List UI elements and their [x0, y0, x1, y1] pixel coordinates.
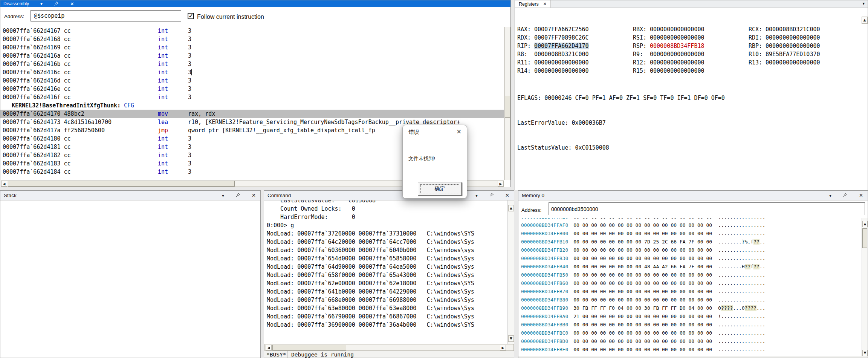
- command-line: HardErrorMode: 0: [267, 213, 507, 221]
- disassembly-vscrollbar[interactable]: [504, 27, 510, 180]
- registers-tabbar: Registers ✕ ▾: [515, 0, 868, 8]
- memory-row-address: 0000008BD34FFB10: [521, 239, 568, 245]
- disasm-row[interactable]: 00007ffa`662d416d ccint3: [0, 76, 504, 85]
- memory-row: 0000008BD34FFBE000 00 00 00 00 00 00 00 …: [521, 346, 861, 354]
- close-icon[interactable]: ✕: [543, 2, 547, 6]
- pin-icon[interactable]: [235, 193, 240, 198]
- register-row: RIP:00007FFA662D4170RSP:0000008BD34FFB18…: [517, 42, 864, 50]
- command-line: ModLoad: 00007ffa`641b0000 00007ffa`6422…: [267, 288, 507, 296]
- register-value: 89E5BFA77ED10370: [766, 51, 820, 58]
- windbg-window: { "colors": { "titlebar_blue": "#0f6fd7"…: [0, 0, 868, 358]
- scroll-up-icon[interactable]: ▲: [862, 221, 868, 227]
- register-value: 00007FFA662D4170: [534, 43, 589, 49]
- dropdown-icon[interactable]: ▾: [829, 193, 831, 198]
- close-icon[interactable]: ✕: [70, 2, 74, 6]
- scroll-right-icon[interactable]: ▶: [500, 345, 506, 350]
- register: RBP:0000000000000000: [749, 42, 864, 50]
- scroll-left-icon[interactable]: ◀: [1, 181, 7, 187]
- memory-row-bytes: 00 00 00 00 00 00 00 00 00 00 00 00 00 0…: [573, 338, 712, 344]
- memory-vscrollbar[interactable]: ▲ ▼: [862, 218, 868, 358]
- memory-row-bytes: 00 00 00 00 00 00 00 00 00 00 00 00 00 0…: [573, 231, 712, 236]
- command-hscrollbar[interactable]: ◀ ▶: [264, 344, 514, 351]
- memory-row-bytes: 21 00 00 00 00 00 00 00 00 00 00 00 00 0…: [573, 314, 712, 319]
- changed-byte: ?: [730, 305, 733, 311]
- scroll-down-icon[interactable]: ▼: [508, 335, 514, 342]
- memory-row-bytes: 00 00 00 00 00 00 00 00 00 00 00 00 00 0…: [573, 322, 712, 327]
- disasm-row[interactable]: 00007ffa`662d416e ccint3: [0, 85, 504, 93]
- registers-content: RAX:00007FFA662C2560RBX:0000000000000000…: [517, 9, 864, 168]
- memory-row-bytes: 00 00 00 00 00 00 00 00 00 00 00 00 00 0…: [573, 255, 712, 261]
- memory-row-address: 0000008BD34FFBB0: [521, 322, 568, 327]
- disasm-row[interactable]: 00007ffa`662d4170 488bc2movrax, rdx: [0, 110, 504, 118]
- register-name: R11:: [517, 58, 534, 67]
- command-panel: Command ▾ ✕ LastStatusValue: c0150008 Co…: [264, 190, 514, 358]
- dropdown-icon[interactable]: ▾: [40, 2, 43, 6]
- vscroll-thumb[interactable]: [862, 228, 867, 248]
- pin-icon[interactable]: [843, 193, 848, 198]
- memory-row-ascii: ................: [718, 280, 765, 286]
- follow-current-instruction-label: Follow current instruction: [197, 14, 264, 20]
- pin-icon[interactable]: [54, 1, 59, 7]
- scroll-down-icon[interactable]: ▼: [862, 350, 868, 356]
- memory-hscrollbar[interactable]: [518, 356, 868, 358]
- dropdown-icon[interactable]: ▾: [475, 193, 478, 198]
- command-line: ModLoad: 00007ffa`36900000 00007ffa`36a4…: [267, 321, 507, 329]
- ok-button-label: 确定: [420, 184, 459, 193]
- changed-byte: ?: [756, 264, 760, 269]
- registers-vscrollbar[interactable]: ▲: [862, 8, 868, 190]
- memory-row-address: 0000008BD34FFB20: [521, 247, 568, 253]
- memory-row-address: 0000008BD34FFB80: [521, 297, 568, 303]
- disasm-row[interactable]: 00007ffa`662d4168 ccint3: [0, 35, 504, 43]
- close-icon[interactable]: ✕: [457, 128, 462, 135]
- vscroll-thumb[interactable]: [505, 96, 510, 118]
- register: R13:0000000000000000: [749, 58, 864, 67]
- scroll-left-icon[interactable]: ◀: [266, 345, 272, 350]
- tab-registers[interactable]: Registers ✕: [515, 0, 551, 8]
- disasm-row[interactable]: 00007ffa`662d416b ccint3: [0, 60, 504, 68]
- disasm-row[interactable]: 00007ffa`662d4167 ccint3: [0, 27, 504, 35]
- pin-icon[interactable]: [489, 193, 494, 198]
- register-row: RAX:00007FFA662C2560RBX:0000000000000000…: [517, 25, 864, 34]
- register-name: R9:: [633, 50, 650, 58]
- register-name: RBX:: [633, 25, 650, 34]
- register: R11:0000000000000000: [517, 58, 633, 67]
- registers-panel: Registers ✕ ▾ RAX:00007FFA662C2560RBX:00…: [515, 0, 868, 190]
- disasm-row[interactable]: 00007ffa`662d416a ccint3: [0, 52, 504, 60]
- memory-row-bytes: 00 00 00 00 00 00 00 00 00 00 00 00 00 0…: [573, 222, 712, 228]
- scroll-up-icon[interactable]: ▲: [508, 205, 514, 211]
- close-icon[interactable]: ✕: [505, 193, 509, 198]
- hscroll-thumb[interactable]: [272, 345, 346, 350]
- disassembly-address-input[interactable]: [31, 10, 181, 21]
- close-icon[interactable]: ✕: [859, 193, 863, 198]
- command-lines[interactable]: LastStatusValue: c0150008 Count Owned Lo…: [264, 200, 507, 344]
- disasm-operands: 3: [188, 143, 191, 151]
- disasm-row[interactable]: 00007ffa`662d416f ccint3: [0, 93, 504, 101]
- memory-row-address: 0000008BD34FFB30: [521, 255, 568, 261]
- scroll-up-icon[interactable]: ▲: [862, 17, 868, 24]
- register-name: RDX:: [517, 34, 534, 42]
- register-name: RSP:: [633, 42, 650, 50]
- follow-current-instruction-checkbox[interactable]: ✓: [188, 13, 194, 19]
- register-name: RSI:: [633, 34, 650, 42]
- tab-overflow-icon[interactable]: ▾: [862, 1, 865, 6]
- dialog-message: 文件未找到!: [408, 155, 435, 162]
- disasm-row[interactable]: 00007ffa`662d416c ccint3: [0, 68, 504, 76]
- disasm-row[interactable]: 00007ffa`662d4169 ccint3: [0, 43, 504, 52]
- command-vscrollbar[interactable]: ▲ ▼: [507, 200, 514, 344]
- ok-button[interactable]: 确定: [418, 182, 462, 196]
- close-icon[interactable]: ✕: [252, 193, 256, 198]
- memory-row-bytes: 00 00 00 00 00 00 00 00 00 00 00 00 00 0…: [573, 347, 712, 352]
- register-rows: RAX:00007FFA662C2560RBX:0000000000000000…: [517, 25, 864, 75]
- register: RIP:00007FFA662D4170: [517, 42, 633, 50]
- memory-row-address: 0000008BD34FFBC0: [521, 330, 568, 336]
- hscroll-thumb[interactable]: [8, 181, 235, 187]
- command-line: ModLoad: 00007ffa`60360000 00007ffa`6040…: [267, 246, 507, 254]
- disassembly-title: Disassembly: [3, 1, 29, 6]
- scroll-right-icon[interactable]: ▶: [498, 181, 504, 187]
- dropdown-icon[interactable]: ▾: [222, 193, 224, 198]
- memory-address-input[interactable]: [549, 202, 865, 215]
- memory-row: 0000008BD34FFB1000 00 00 00 00 00 00 00 …: [521, 238, 861, 246]
- memory-row: 0000008BD34FFB2000 00 00 00 00 00 00 00 …: [521, 246, 861, 254]
- cfg-link[interactable]: CFG: [124, 101, 134, 110]
- register-value: 00007FFA662C2560: [534, 26, 589, 33]
